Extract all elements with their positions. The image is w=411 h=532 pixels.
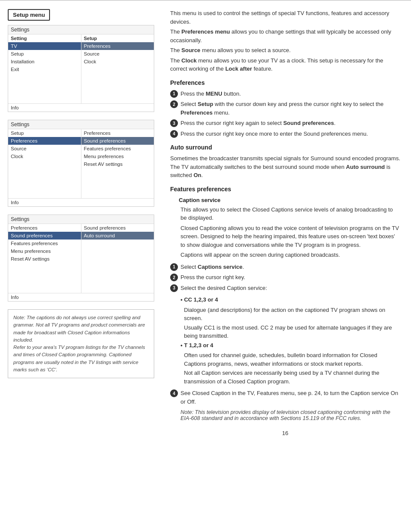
panel2-col1: Setup Preferences Source Clock [8,129,81,198]
cap-step-num-3: 3 [170,284,178,292]
intro-line-4: The Clock menu allows you to use your TV… [170,56,400,73]
settings-panel-1: Settings Setting TV Setup Installation E… [8,25,154,112]
pref-step-3: 3 Press the cursor right key again to se… [170,119,400,128]
panel2-col2-empty3 [81,173,154,176]
caption-step-4-text: See Closed Caption in the TV, Features m… [181,389,400,406]
cap-step-num-1: 1 [170,263,178,271]
pref-step-4-text: Press the cursor right key once more to … [181,130,368,138]
step-num-1: 1 [170,90,178,98]
panel3-item-sound[interactable]: Sound preferences [8,232,81,240]
caption-steps: 1 Select Captions service. 2 Press the c… [170,263,400,292]
caption-step-3: 3 Select the desired Caption service: [170,284,400,292]
panel2-title: Settings [8,120,154,129]
panel2-col2-menu[interactable]: Menu preferences [81,152,154,160]
panel3-col2-sound[interactable]: Sound preferences [81,224,154,232]
panel2-body: Setup Preferences Source Clock Preferenc… [8,129,154,198]
cc-bullet-line-1: Dialogue (and descriptions) for the acti… [184,306,400,323]
caption-step-2: 2 Press the cursor right key. [170,273,400,282]
panel2-item-setup[interactable]: Setup [8,129,81,137]
settings-panel-3: Settings Preferences Sound preferences F… [8,215,154,302]
menu-item-source-1[interactable]: Source [81,50,154,58]
panel3-item-menu[interactable]: Menu preferences [8,247,81,255]
panel1-title: Settings [8,25,154,34]
step-num-4: 4 [170,130,178,138]
panel2-item-preferences[interactable]: Preferences [8,137,81,145]
panel3-item-features[interactable]: Features preferences [8,240,81,247]
right-column: This menu is used to control the setting… [164,5,407,528]
panel1-col1: Setting TV Setup Installation Exit [8,34,81,103]
preferences-steps: 1 Press the MENU button. 2 Select Setup … [170,90,400,138]
panel1-col2: Setup Preferences Source Clock [81,34,154,103]
menu-item-clock-1[interactable]: Clock [81,58,154,65]
setup-menu-header: Setup menu [8,9,50,21]
panel2-item-clock[interactable]: Clock [8,152,81,160]
t-bullet-line-2: Not all Caption services are necessarily… [184,369,400,386]
setup-menu-label: Setup menu [13,12,45,18]
step-num-3: 3 [170,119,178,127]
menu-item-tv[interactable]: TV [8,42,81,50]
panel3-body: Preferences Sound preferences Features p… [8,224,154,293]
step4-note: Note: This television provides display o… [181,409,400,421]
panel2-item-source[interactable]: Source [8,145,81,152]
panel3-item-reset[interactable]: Reset AV settings [8,255,81,263]
t-bullet-line-1: Often used for channel guide, schedules,… [184,351,400,368]
panel1-col2-empty5 [81,76,154,78]
panel1-body: Setting TV Setup Installation Exit Setup… [8,34,154,103]
menu-item-preferences-1[interactable]: Preferences [81,42,154,50]
left-column: Setup menu Settings Setting TV Setup Ins… [4,5,164,528]
caption-step-1-text: Select Captions service. [181,263,244,271]
cc-bullet-line-2: Usually CC1 is the most used. CC 2 may b… [184,324,400,340]
panel2-col2-features[interactable]: Features preferences [81,145,154,152]
panel3-info: Info [8,293,154,301]
panel1-col2-header: Setup [81,34,154,42]
menu-item-exit[interactable]: Exit [8,65,81,73]
panel1-info: Info [8,103,154,112]
cap-step-num-2: 2 [170,274,178,281]
panel2-col2-preferences[interactable]: Preferences [81,129,154,137]
panel3-item-preferences[interactable]: Preferences [8,224,81,232]
pref-step-4: 4 Press the cursor right key once more t… [170,130,400,138]
pref-step-2: 2 Select Setup with the cursor down key … [170,100,400,117]
auto-surround-text: Sometimes the broadcaster transmits spec… [170,154,400,180]
intro-line-3: The Source menu allows you to select a s… [170,46,400,55]
menu-item-installation[interactable]: Installation [8,58,81,65]
caption-step-4: 4 See Closed Caption in the TV, Features… [170,389,400,406]
caption-step-3-text: Select the desired Caption service: [181,284,267,292]
panel3-col2: Sound preferences Auto surround [81,224,154,293]
auto-surround-heading: Auto surround [170,144,400,151]
pref-step-1: 1 Press the MENU button. [170,90,400,98]
panel2-col2: Preferences Sound preferences Features p… [81,129,154,198]
caption-intro-1: This allows you to select the Closed Cap… [181,205,400,222]
caption-intro-2: Closed Captioning allows you to read the… [181,224,400,249]
intro-line-1: This menu is used to control the setting… [170,9,400,26]
page-number: 16 [170,430,400,436]
panel3-col1: Preferences Sound preferences Features p… [8,224,81,293]
cap-step-num-4: 4 [170,389,178,397]
panel2-col2-sound[interactable]: Sound preferences [81,137,154,145]
menu-item-setup[interactable]: Setup [8,50,81,58]
intro-line-2: The Preferences menu allows you to chang… [170,28,400,44]
caption-sub-heading: Caption service [179,197,400,203]
caption-step-1: 1 Select Captions service. [170,263,400,271]
caption-step4-list: 4 See Closed Caption in the TV, Features… [170,389,400,406]
t-bullet-header: • T 1,2,3 or 4 [181,341,400,350]
panel3-col1-empty3 [8,268,81,271]
pref-step-2-text: Select Setup with the cursor down key an… [181,100,400,117]
panel3-col2-empty6 [81,252,154,255]
caption-intro-3: Captions will appear on the screen durin… [181,251,400,259]
cc-bullet-header: • CC 1,2,3 or 4 [181,296,400,304]
preferences-heading: Preferences [170,79,400,86]
caption-step-2-text: Press the cursor right key. [181,273,245,282]
panel2-col2-reset[interactable]: Reset AV settings [81,160,154,168]
step-num-2: 2 [170,100,178,108]
note-text: Note: The captions do not always use cor… [13,315,145,372]
panel2-col1-empty4 [8,168,81,171]
panel1-col1-empty4 [8,81,81,84]
features-heading: Features preferences [170,186,400,193]
panel2-info: Info [8,198,154,206]
note-box: Note: The captions do not always use cor… [8,309,154,378]
panel3-title: Settings [8,215,154,224]
pref-step-1-text: Press the MENU button. [181,90,241,98]
panel1-col1-header: Setting [8,34,81,42]
panel3-col2-auto[interactable]: Auto surround [81,232,154,240]
